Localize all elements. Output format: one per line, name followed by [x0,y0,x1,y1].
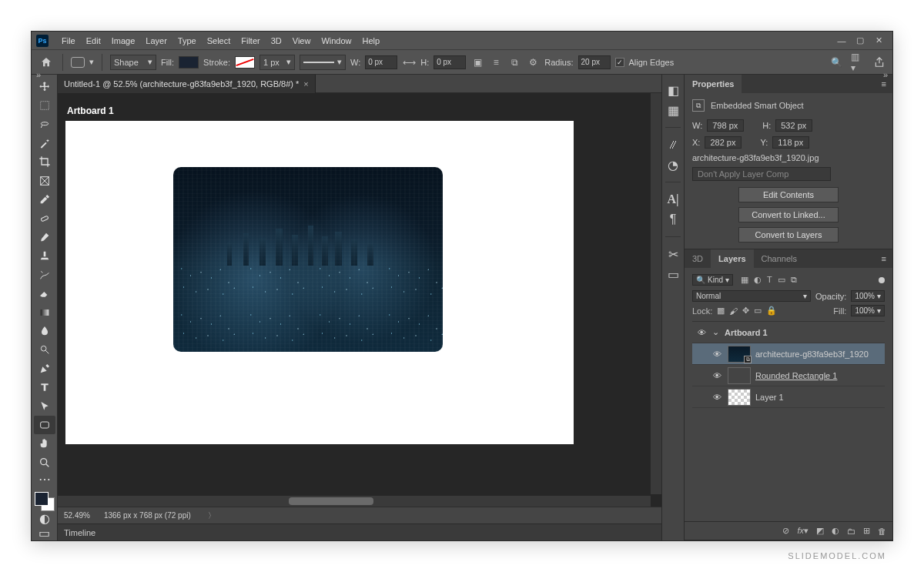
layer-artboard[interactable]: 👁 ⌄ Artboard 1 [692,322,885,343]
brush-tool[interactable] [34,228,55,246]
pathops-combine-icon[interactable]: ▣ [470,55,484,69]
shape-preview-icon[interactable] [71,57,85,68]
blur-tool[interactable] [34,322,55,340]
workspace-icon[interactable]: ▥ ▾ [851,55,865,69]
window-minimize[interactable]: — [832,36,851,45]
lock-trans-icon[interactable]: ▩ [717,306,725,316]
layer-raster[interactable]: 👁 Layer 1 [692,386,885,408]
opacity-input[interactable]: 100% ▾ [851,290,885,302]
status-menu-icon[interactable]: 〉 [208,510,216,521]
eyedropper-tool[interactable] [34,190,55,208]
lock-all-icon[interactable]: 🔒 [766,306,777,316]
menu-image[interactable]: Image [106,36,141,45]
menu-help[interactable]: Help [357,36,386,45]
width-input[interactable] [365,55,397,69]
tab-layers[interactable]: Layers [711,249,753,268]
layer-thumbnail[interactable]: ⧉ [728,346,751,363]
canvas[interactable]: Artboard 1 [58,93,661,507]
share-icon[interactable] [872,55,886,69]
fill-opacity-input[interactable]: 100% ▾ [851,305,885,316]
type-tool[interactable] [34,379,55,396]
collapse-right-icon[interactable]: » [883,70,888,79]
path-select-tool[interactable] [34,397,55,415]
layer-filter-kind[interactable]: 🔍 Kind ▾ [692,274,733,286]
convert-linked-button[interactable]: Convert to Linked... [738,207,839,222]
color-panel-icon[interactable]: ◧ [665,82,681,98]
menu-type[interactable]: Type [172,36,202,45]
layers-panel-menu-icon[interactable]: ≡ [875,254,892,263]
home-icon[interactable] [38,54,55,71]
eraser-tool[interactable] [34,284,55,302]
layer-mask-icon[interactable]: ◩ [816,526,824,536]
height-input[interactable] [434,55,466,69]
window-close[interactable]: ✕ [869,35,888,45]
layer-thumbnail[interactable] [728,367,751,384]
clone-stamp-tool[interactable] [34,247,55,265]
frame-tool[interactable] [34,172,55,189]
properties-tab[interactable]: Properties [685,75,742,93]
new-layer-icon[interactable]: ⊞ [863,526,870,536]
artboard-label[interactable]: Artboard 1 [67,105,114,116]
document-tab[interactable]: Untitled-1 @ 52.5% (architecture-g83fa9e… [58,75,316,93]
pen-tool[interactable] [34,360,55,377]
prop-y-value[interactable]: 118 px [772,136,809,149]
layer-shape[interactable]: 👁 Rounded Rectangle 1 [692,365,885,386]
menu-edit[interactable]: Edit [81,36,106,45]
actions-panel-icon[interactable]: ✂ [665,246,681,262]
dodge-tool[interactable] [34,341,55,359]
doc-dimensions[interactable]: 1366 px x 768 px (72 ppi) [104,511,191,520]
character-panel-icon[interactable]: A| [665,192,681,207]
layer-name[interactable]: Rounded Rectangle 1 [755,371,882,380]
visibility-toggle[interactable]: 👁 [711,371,723,380]
artboard[interactable] [65,121,574,444]
filter-adjust-icon[interactable]: ◐ [754,275,762,285]
collapse-icon[interactable]: ⌄ [712,327,720,337]
libraries-panel-icon[interactable]: ▭ [665,266,681,282]
prop-x-value[interactable]: 282 px [705,136,742,149]
screenmode-icon[interactable]: ▭ [34,527,55,540]
magic-wand-tool[interactable] [34,134,55,152]
tool-mode-select[interactable]: Shape▾ [110,55,156,70]
menu-view[interactable]: View [287,36,316,45]
menu-select[interactable]: Select [202,36,236,45]
adjustments-panel-icon[interactable]: ⫽ [665,137,681,152]
move-tool[interactable] [34,78,55,95]
menu-window[interactable]: Window [316,36,357,45]
radius-input[interactable] [578,55,611,69]
visibility-toggle[interactable]: 👁 [695,328,708,337]
foreground-color-swatch[interactable] [35,492,49,506]
horizontal-scrollbar[interactable] [58,496,651,507]
tab-3d[interactable]: 3D [685,249,711,268]
edit-contents-button[interactable]: Edit Contents [738,187,839,202]
lock-pixels-icon[interactable]: 🖌 [729,306,738,316]
filter-shape-icon[interactable]: ▭ [778,275,785,285]
properties-panel-menu-icon[interactable]: ≡ [875,79,892,89]
marquee-tool[interactable] [34,96,55,114]
healing-tool[interactable] [34,209,55,227]
hand-tool[interactable] [34,435,55,453]
menu-filter[interactable]: Filter [236,36,265,45]
swatches-panel-icon[interactable]: ▦ [665,102,681,118]
lock-position-icon[interactable]: ✥ [742,306,749,316]
visibility-toggle[interactable]: 👁 [711,393,723,402]
group-layers-icon[interactable]: 🗀 [847,527,855,536]
filter-type-icon[interactable]: T [767,275,772,285]
fill-swatch[interactable] [179,56,199,69]
layer-style-icon[interactable]: fx▾ [797,526,808,536]
layer-name[interactable]: architecture-g83fa9eb3f_1920 [755,350,882,359]
blend-mode-select[interactable]: Normal ▾ [692,290,811,302]
settings-gear-icon[interactable]: ⚙ [526,55,540,69]
gradient-tool[interactable] [34,303,55,321]
prop-w-value[interactable]: 798 px [707,119,744,132]
stroke-style-select[interactable]: ▾ [300,55,346,70]
convert-layers-button[interactable]: Convert to Layers [738,227,839,243]
arrange-icon[interactable]: ⧉ [507,55,521,69]
stroke-width-select[interactable]: 1 px▾ [259,55,295,70]
lasso-tool[interactable] [34,115,55,133]
layer-comp-select[interactable]: Don't Apply Layer Comp [692,167,831,181]
zoom-readout[interactable]: 52.49% [64,511,90,520]
window-maximize[interactable]: ▢ [851,35,869,45]
stroke-swatch[interactable] [235,56,255,69]
filter-pixel-icon[interactable]: ▦ [741,275,748,285]
vertical-scrollbar[interactable] [651,93,661,494]
